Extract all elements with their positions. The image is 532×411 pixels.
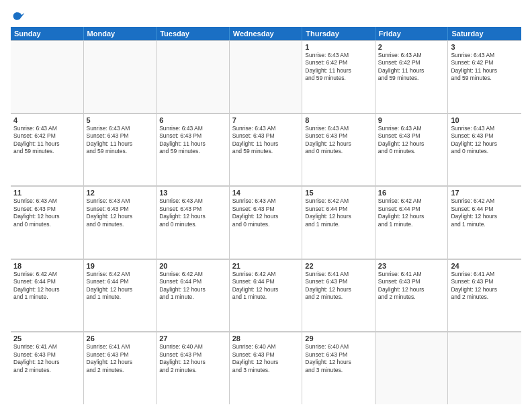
day-number: 29 (305, 334, 372, 342)
day-info: Sunrise: 6:43 AM Sunset: 6:42 PM Dayligh… (305, 52, 372, 83)
calendar-cell-5-4: 28Sunrise: 6:40 AM Sunset: 6:43 PM Dayli… (230, 332, 303, 404)
day-number: 22 (305, 262, 372, 270)
page-header (11, 9, 521, 23)
day-number: 8 (305, 116, 372, 124)
calendar-cell-2-1: 4Sunrise: 6:43 AM Sunset: 6:42 PM Daylig… (11, 113, 84, 186)
day-number: 2 (378, 43, 445, 51)
day-number: 3 (451, 43, 519, 51)
calendar-cell-1-1 (11, 40, 84, 113)
calendar-cell-3-4: 14Sunrise: 6:43 AM Sunset: 6:43 PM Dayli… (230, 186, 303, 259)
day-info: Sunrise: 6:41 AM Sunset: 6:43 PM Dayligh… (378, 271, 445, 302)
day-number: 19 (87, 262, 154, 270)
day-info: Sunrise: 6:43 AM Sunset: 6:43 PM Dayligh… (159, 197, 226, 228)
header-day-wednesday: Wednesday (230, 27, 303, 40)
day-info: Sunrise: 6:41 AM Sunset: 6:43 PM Dayligh… (305, 271, 372, 302)
day-info: Sunrise: 6:40 AM Sunset: 6:43 PM Dayligh… (305, 343, 372, 374)
day-number: 6 (159, 116, 226, 124)
day-number: 24 (451, 262, 519, 270)
day-number: 27 (159, 334, 226, 342)
calendar-header: SundayMondayTuesdayWednesdayThursdayFrid… (11, 27, 521, 40)
calendar-cell-2-6: 9Sunrise: 6:43 AM Sunset: 6:43 PM Daylig… (375, 113, 449, 186)
calendar-cell-1-2 (84, 40, 157, 113)
day-info: Sunrise: 6:43 AM Sunset: 6:43 PM Dayligh… (232, 125, 300, 156)
calendar-cell-4-1: 18Sunrise: 6:42 AM Sunset: 6:44 PM Dayli… (11, 259, 84, 332)
day-info: Sunrise: 6:43 AM Sunset: 6:43 PM Dayligh… (87, 197, 154, 228)
calendar-week-4: 18Sunrise: 6:42 AM Sunset: 6:44 PM Dayli… (11, 259, 521, 332)
calendar-cell-2-7: 10Sunrise: 6:43 AM Sunset: 6:43 PM Dayli… (448, 113, 521, 186)
calendar: SundayMondayTuesdayWednesdayThursdayFrid… (11, 27, 521, 404)
header-day-monday: Monday (84, 27, 157, 40)
calendar-week-1: 1Sunrise: 6:43 AM Sunset: 6:42 PM Daylig… (11, 40, 521, 113)
day-info: Sunrise: 6:43 AM Sunset: 6:43 PM Dayligh… (232, 197, 300, 228)
calendar-cell-4-7: 24Sunrise: 6:41 AM Sunset: 6:43 PM Dayli… (448, 259, 521, 332)
day-number: 11 (13, 189, 81, 197)
day-info: Sunrise: 6:42 AM Sunset: 6:44 PM Dayligh… (451, 197, 519, 228)
day-number: 16 (378, 189, 445, 197)
header-day-friday: Friday (375, 27, 449, 40)
day-info: Sunrise: 6:42 AM Sunset: 6:44 PM Dayligh… (378, 197, 445, 228)
day-number: 9 (378, 116, 445, 124)
day-info: Sunrise: 6:43 AM Sunset: 6:43 PM Dayligh… (159, 125, 226, 156)
day-number: 4 (13, 116, 81, 124)
calendar-week-3: 11Sunrise: 6:43 AM Sunset: 6:43 PM Dayli… (11, 186, 521, 259)
day-info: Sunrise: 6:43 AM Sunset: 6:43 PM Dayligh… (451, 125, 519, 156)
day-info: Sunrise: 6:43 AM Sunset: 6:43 PM Dayligh… (13, 197, 81, 228)
calendar-cell-5-7 (448, 332, 521, 404)
header-day-thursday: Thursday (302, 27, 375, 40)
day-number: 17 (451, 189, 519, 197)
day-number: 12 (87, 189, 154, 197)
day-info: Sunrise: 6:41 AM Sunset: 6:43 PM Dayligh… (87, 343, 154, 374)
calendar-cell-3-3: 13Sunrise: 6:43 AM Sunset: 6:43 PM Dayli… (157, 186, 230, 259)
day-number: 15 (305, 189, 372, 197)
day-number: 20 (159, 262, 226, 270)
calendar-cell-5-6 (375, 332, 449, 404)
calendar-cell-5-5: 29Sunrise: 6:40 AM Sunset: 6:43 PM Dayli… (302, 332, 375, 404)
day-info: Sunrise: 6:41 AM Sunset: 6:43 PM Dayligh… (451, 271, 519, 302)
calendar-cell-4-5: 22Sunrise: 6:41 AM Sunset: 6:43 PM Dayli… (302, 259, 375, 332)
day-number: 28 (232, 334, 300, 342)
day-number: 25 (13, 334, 81, 342)
calendar-body: 1Sunrise: 6:43 AM Sunset: 6:42 PM Daylig… (11, 40, 521, 404)
day-number: 14 (232, 189, 300, 197)
calendar-cell-1-6: 2Sunrise: 6:43 AM Sunset: 6:42 PM Daylig… (375, 40, 449, 113)
day-info: Sunrise: 6:42 AM Sunset: 6:44 PM Dayligh… (13, 271, 81, 302)
header-day-tuesday: Tuesday (157, 27, 230, 40)
day-number: 26 (87, 334, 154, 342)
calendar-cell-1-4 (230, 40, 303, 113)
day-number: 13 (159, 189, 226, 197)
calendar-cell-3-7: 17Sunrise: 6:42 AM Sunset: 6:44 PM Dayli… (448, 186, 521, 259)
day-info: Sunrise: 6:43 AM Sunset: 6:43 PM Dayligh… (305, 125, 372, 156)
logo-bird-icon (12, 9, 26, 23)
header-day-saturday: Saturday (448, 27, 521, 40)
calendar-cell-3-1: 11Sunrise: 6:43 AM Sunset: 6:43 PM Dayli… (11, 186, 84, 259)
day-number: 10 (451, 116, 519, 124)
calendar-cell-5-2: 26Sunrise: 6:41 AM Sunset: 6:43 PM Dayli… (84, 332, 157, 404)
calendar-cell-1-7: 3Sunrise: 6:43 AM Sunset: 6:42 PM Daylig… (448, 40, 521, 113)
day-info: Sunrise: 6:42 AM Sunset: 6:44 PM Dayligh… (87, 271, 154, 302)
calendar-cell-2-3: 6Sunrise: 6:43 AM Sunset: 6:43 PM Daylig… (157, 113, 230, 186)
day-info: Sunrise: 6:43 AM Sunset: 6:42 PM Dayligh… (13, 125, 81, 156)
calendar-cell-3-6: 16Sunrise: 6:42 AM Sunset: 6:44 PM Dayli… (375, 186, 449, 259)
day-info: Sunrise: 6:40 AM Sunset: 6:43 PM Dayligh… (232, 343, 300, 374)
day-info: Sunrise: 6:42 AM Sunset: 6:44 PM Dayligh… (232, 271, 300, 302)
calendar-cell-4-6: 23Sunrise: 6:41 AM Sunset: 6:43 PM Dayli… (375, 259, 449, 332)
day-number: 23 (378, 262, 445, 270)
day-info: Sunrise: 6:41 AM Sunset: 6:43 PM Dayligh… (13, 343, 81, 374)
calendar-cell-1-3 (157, 40, 230, 113)
day-info: Sunrise: 6:42 AM Sunset: 6:44 PM Dayligh… (159, 271, 226, 302)
calendar-cell-1-5: 1Sunrise: 6:43 AM Sunset: 6:42 PM Daylig… (302, 40, 375, 113)
day-info: Sunrise: 6:43 AM Sunset: 6:42 PM Dayligh… (378, 52, 445, 83)
day-info: Sunrise: 6:40 AM Sunset: 6:43 PM Dayligh… (159, 343, 226, 374)
calendar-cell-3-5: 15Sunrise: 6:42 AM Sunset: 6:44 PM Dayli… (302, 186, 375, 259)
day-info: Sunrise: 6:43 AM Sunset: 6:43 PM Dayligh… (87, 125, 154, 156)
calendar-cell-5-1: 25Sunrise: 6:41 AM Sunset: 6:43 PM Dayli… (11, 332, 84, 404)
calendar-cell-2-5: 8Sunrise: 6:43 AM Sunset: 6:43 PM Daylig… (302, 113, 375, 186)
calendar-cell-4-2: 19Sunrise: 6:42 AM Sunset: 6:44 PM Dayli… (84, 259, 157, 332)
day-number: 7 (232, 116, 300, 124)
day-number: 5 (87, 116, 154, 124)
calendar-cell-4-3: 20Sunrise: 6:42 AM Sunset: 6:44 PM Dayli… (157, 259, 230, 332)
day-number: 21 (232, 262, 300, 270)
calendar-cell-4-4: 21Sunrise: 6:42 AM Sunset: 6:44 PM Dayli… (230, 259, 303, 332)
day-info: Sunrise: 6:42 AM Sunset: 6:44 PM Dayligh… (305, 197, 372, 228)
day-info: Sunrise: 6:43 AM Sunset: 6:43 PM Dayligh… (378, 125, 445, 156)
